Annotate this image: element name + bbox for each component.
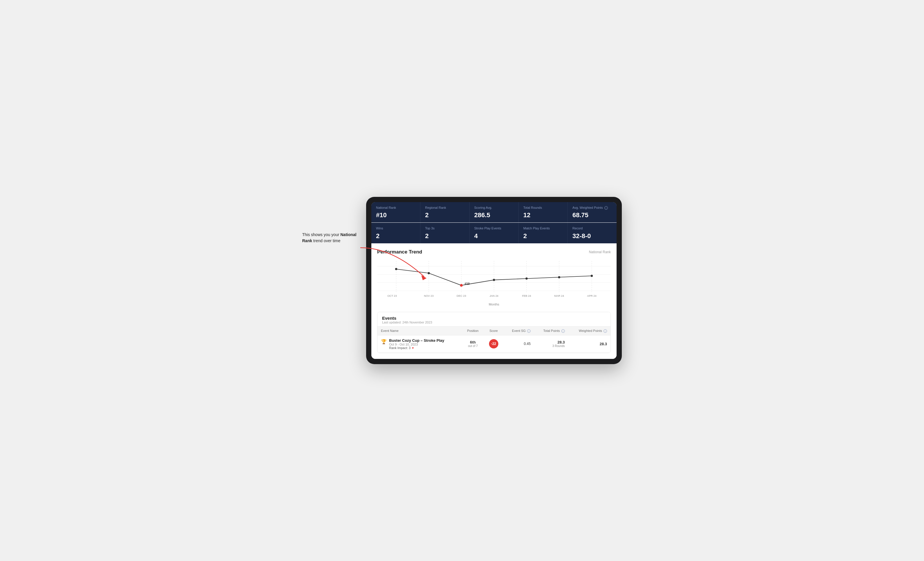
stat-regional-rank-value: 2 (425, 211, 465, 219)
svg-text:OCT 23: OCT 23 (387, 295, 397, 297)
svg-text:NOV 23: NOV 23 (424, 295, 434, 297)
stat-stroke-play-value: 4 (474, 232, 514, 240)
stat-avg-weighted-points-value: 68.75 (572, 211, 612, 219)
events-last-updated: Last updated: 24th November 2023 (382, 320, 606, 324)
outer-container: This shows you your National Rank trend … (302, 197, 622, 364)
event-sg-value: 0.45 (524, 342, 531, 346)
stat-avg-weighted-points-label: Avg. Weighted Points i (572, 206, 612, 209)
stat-top3s-label: Top 3s (425, 226, 465, 230)
total-points-sub: 3 Rounds (537, 344, 565, 347)
events-section: Events Last updated: 24th November 2023 … (377, 312, 611, 353)
event-date: Oct 9 - Oct 10, 2023 (389, 343, 444, 346)
svg-text:#10: #10 (465, 282, 470, 286)
svg-point-13 (428, 272, 430, 274)
stat-scoring-avg-value: 286.5 (474, 211, 514, 219)
chart-svg: #10 OCT 23 NOV 23 DEC 23 JAN 24 FEB 24 M… (377, 260, 611, 300)
stat-national-rank-label: National Rank (376, 206, 416, 209)
col-event-sg: Event SG i (503, 326, 534, 335)
stat-stroke-play-label: Stroke Play Events (474, 226, 514, 230)
score-badge: -22 (489, 339, 498, 349)
stat-top3s: Top 3s 2 (420, 223, 469, 243)
stat-total-rounds: Total Rounds 12 (519, 202, 567, 223)
events-title: Events (382, 316, 606, 320)
table-row: 🏆 Buster Cozy Cup – Stroke Play Oct 9 - … (378, 335, 610, 353)
performance-trend-chart: #10 OCT 23 NOV 23 DEC 23 JAN 24 FEB 24 M… (377, 260, 611, 300)
event-name-cell: 🏆 Buster Cozy Cup – Stroke Play Oct 9 - … (378, 335, 462, 353)
stat-match-play-value: 2 (523, 232, 563, 240)
stat-match-play: Match Play Events 2 (519, 223, 567, 243)
stat-match-play-label: Match Play Events (523, 226, 563, 230)
svg-text:JAN 24: JAN 24 (490, 295, 499, 297)
svg-text:DEC 23: DEC 23 (456, 295, 466, 297)
performance-trend-title: Performance Trend (377, 249, 422, 255)
svg-point-16 (525, 277, 527, 279)
stat-top3s-value: 2 (425, 232, 465, 240)
stat-regional-rank: Regional Rank 2 (420, 202, 469, 223)
weighted-points-cell: 28.3 (568, 335, 610, 353)
stat-wins-label: Wins (376, 226, 416, 230)
svg-text:APR 24: APR 24 (587, 295, 596, 297)
stat-national-rank: National Rank #10 (371, 202, 420, 223)
stat-total-rounds-value: 12 (523, 211, 563, 219)
event-position-value: 6th (465, 340, 480, 344)
col-score: Score (484, 326, 503, 335)
col-event-name: Event Name (378, 326, 462, 335)
svg-point-12 (395, 268, 397, 270)
total-points-value: 28.3 (537, 340, 565, 344)
performance-trend-header: Performance Trend National Rank (377, 249, 611, 255)
events-table: Event Name Position Score Event SG (378, 326, 610, 353)
stat-regional-rank-label: Regional Rank (425, 206, 465, 209)
stat-avg-weighted-points: Avg. Weighted Points i 68.75 (568, 202, 616, 223)
svg-text:MAR 24: MAR 24 (554, 295, 564, 297)
tablet-frame: National Rank #10 Regional Rank 2 Scorin… (366, 197, 622, 364)
svg-point-14 (460, 284, 463, 287)
stat-wins: Wins 2 (371, 223, 420, 243)
info-icon-total-points[interactable]: i (561, 329, 565, 333)
stat-scoring-avg: Scoring Avg. 286.5 (470, 202, 518, 223)
content-area: Performance Trend National Rank (371, 243, 616, 359)
annotation-text-after: trend over time (312, 238, 340, 243)
stat-record-label: Record (572, 226, 612, 230)
rank-impact-arrow-icon: ▼ (411, 346, 414, 350)
event-name: Buster Cozy Cup – Stroke Play (389, 338, 444, 343)
score-value: -22 (491, 342, 496, 346)
stats-grid-row2: Wins 2 Top 3s 2 Stroke Play Events 4 Mat… (371, 223, 616, 243)
event-rank-impact: Rank Impact: 3 ▼ (389, 346, 444, 350)
total-points-cell: 28.3 3 Rounds (534, 335, 568, 353)
events-header: Events Last updated: 24th November 2023 (378, 312, 610, 326)
event-position-cell: 6th out of 7 (462, 335, 484, 353)
annotation: This shows you your National Rank trend … (302, 232, 360, 244)
col-position: Position (462, 326, 484, 335)
svg-text:FEB 24: FEB 24 (522, 295, 531, 297)
stat-national-rank-value: #10 (376, 211, 416, 219)
stat-wins-value: 2 (376, 232, 416, 240)
annotation-text-before: This shows you your (302, 232, 340, 237)
info-icon-event-sg[interactable]: i (527, 329, 531, 333)
event-position-sub: out of 7 (465, 344, 480, 347)
stats-grid-row1: National Rank #10 Regional Rank 2 Scorin… (371, 202, 616, 223)
col-total-points: Total Points i (534, 326, 568, 335)
tablet-screen: National Rank #10 Regional Rank 2 Scorin… (371, 202, 616, 359)
stat-record: Record 32-8-0 (568, 223, 616, 243)
stat-total-rounds-label: Total Rounds (523, 206, 563, 209)
svg-point-18 (591, 275, 593, 277)
event-icon: 🏆 (381, 339, 387, 344)
chart-x-axis-label: Months (377, 302, 611, 306)
stat-stroke-play: Stroke Play Events 4 (470, 223, 518, 243)
info-icon-weighted-points[interactable]: i (603, 329, 607, 333)
stat-record-value: 32-8-0 (572, 232, 612, 240)
svg-point-17 (558, 276, 560, 278)
table-header-row: Event Name Position Score Event SG (378, 326, 610, 335)
performance-trend-subtitle: National Rank (589, 250, 611, 254)
weighted-points-value: 28.3 (600, 342, 607, 346)
stat-scoring-avg-label: Scoring Avg. (474, 206, 514, 209)
event-score-cell: -22 (484, 335, 503, 353)
event-sg-cell: 0.45 (503, 335, 534, 353)
svg-point-15 (493, 279, 495, 281)
info-icon-avg-weighted[interactable]: i (604, 206, 608, 209)
col-weighted-points: Weighted Points i (568, 326, 610, 335)
